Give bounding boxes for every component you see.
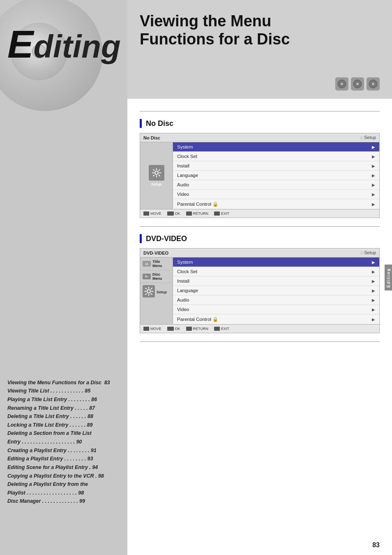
- menu-left-col-no-disc: Setup: [140, 142, 173, 209]
- menu-item-label: Video: [177, 192, 189, 197]
- toc-item: Deleting a Playlist Entry from the: [7, 480, 123, 489]
- dvd-menu-label: Install: [177, 279, 189, 283]
- divider-1: [140, 111, 380, 111]
- disc-menu-item: DL Disc Menu: [140, 270, 173, 283]
- title-letter-e: E: [7, 25, 33, 64]
- dvd-footer-ok: OK: [167, 327, 180, 331]
- dvd-menu-label: System: [177, 260, 193, 265]
- exit-icon: [214, 211, 220, 216]
- title-menu-item: 11 Title Menu: [140, 258, 173, 270]
- dvd-footer-move: MOVE: [143, 327, 161, 331]
- arrow-right-icon-dvd: ▶: [372, 260, 375, 265]
- menu-item-video: Video ▶: [173, 190, 379, 199]
- dvd-menu-label: Clock Set: [177, 269, 197, 274]
- menu-item-label: Parental Control 🔒: [177, 201, 218, 207]
- toc-item: Entry . . . . . . . . . . . . . . . . . …: [7, 438, 123, 446]
- setup-label: ◇Setup: [360, 135, 376, 140]
- dvd-menu-item-clockset: Clock Set ▶: [173, 267, 379, 276]
- arrow-right-icon: ▶: [372, 183, 375, 187]
- no-disc-section-header: No Disc: [140, 119, 380, 128]
- dvd-icon-3: [369, 79, 378, 88]
- footer-exit-label: EXIT: [221, 211, 229, 216]
- arrow-right-icon-dvd: ▶: [372, 288, 375, 293]
- menu-item-parental: Parental Control 🔒 ▶: [173, 199, 379, 209]
- toc-item: Viewing Title List . . . . . . . . . . .…: [7, 387, 123, 395]
- dvd-setup-area: Setup: [140, 283, 173, 301]
- menu-body-dvd: 11 Title Menu DL Disc Menu Setup: [140, 258, 379, 324]
- dvd-move-icon: [143, 327, 149, 331]
- menu-item-label: Install: [177, 163, 189, 168]
- disc-menu-icon: DL: [143, 274, 151, 279]
- svg-point-7: [147, 290, 150, 293]
- dvd-ok-icon: [167, 327, 174, 331]
- menu-item-language: Language ▶: [173, 171, 379, 180]
- arrow-right-icon: ▶: [372, 192, 375, 197]
- svg-point-5: [372, 83, 374, 85]
- menu-footer-dvd: MOVE OK RETURN EXIT: [140, 324, 379, 333]
- toc-item: Deleting a Section from a Title List: [7, 429, 123, 438]
- dvd-footer-return: RETURN: [186, 327, 209, 331]
- dvd-menu-box-label: DVD-VIDEO: [143, 251, 168, 255]
- dvd-video-section-header: DVD-VIDEO: [140, 234, 380, 243]
- arrow-right-icon: ▶: [372, 154, 375, 159]
- left-panel: Editing Viewing the Menu Functions for a…: [0, 0, 127, 555]
- toc-item: Editing Scene for a Playlist Entry . 94: [7, 463, 123, 472]
- toc-item: Deleting a Title List Entry . . . . . . …: [7, 412, 123, 421]
- menu-item-label: Audio: [177, 182, 189, 187]
- dvd-menu-label: Audio: [177, 297, 189, 302]
- toc-item: Creating a Playlist Entry . . . . . . . …: [7, 446, 123, 455]
- gear-svg-2: [144, 286, 154, 296]
- menu-item-label: System: [177, 144, 193, 149]
- arrow-right-icon-dvd: ▶: [372, 279, 375, 283]
- disc-icon-3: [367, 77, 380, 91]
- dvd-footer-move-label: MOVE: [150, 327, 161, 331]
- arrow-right-icon-dvd: ▶: [372, 269, 375, 274]
- gear-svg: [152, 168, 161, 178]
- dvd-menu-label: Video: [177, 307, 189, 312]
- arrow-right-icon: ▶: [372, 145, 375, 149]
- toc-item: Renaming a Title List Entry . . . . . 87: [7, 404, 123, 413]
- svg-point-1: [341, 83, 343, 85]
- main-title: Viewing the Menu Functions for a Disc: [140, 8, 380, 48]
- dvd-icon-2: [353, 79, 362, 88]
- dvd-return-icon: [186, 327, 192, 331]
- no-disc-menu-box: No Disc ◇Setup Setup System ▶ Cl: [140, 133, 380, 218]
- section-bar-blue: [140, 119, 142, 128]
- diamond-icon: ◇: [360, 135, 363, 140]
- setup-text-label: Setup: [151, 182, 161, 186]
- side-tab-label: Editing: [386, 268, 391, 288]
- footer-return: RETURN: [186, 211, 209, 216]
- menu-right-col-dvd: System ▶ Clock Set ▶ Install ▶ Language …: [173, 258, 379, 324]
- dvd-menu-label: Parental Control 🔒: [177, 316, 218, 322]
- title-rest: diting: [33, 28, 120, 65]
- footer-ok-label: OK: [175, 211, 180, 216]
- dvd-footer-exit: EXIT: [214, 327, 229, 331]
- dvd-menu-item-system: System ▶: [173, 258, 379, 267]
- footer-move-label: MOVE: [150, 211, 161, 216]
- ok-icon: [167, 211, 174, 216]
- dvd-exit-icon: [214, 327, 220, 331]
- svg-point-6: [155, 171, 158, 174]
- menu-body-no-disc: Setup System ▶ Clock Set ▶ Install ▶ Lan…: [140, 142, 379, 209]
- menu-item-system: System ▶: [173, 142, 379, 152]
- divider-2: [140, 226, 380, 227]
- menu-item-install: Install ▶: [173, 161, 379, 171]
- svg-point-3: [356, 83, 359, 85]
- dvd-video-menu-box: DVD-VIDEO ◇Setup 11 Title Menu DL Disc M…: [140, 248, 380, 333]
- dvd-menu-item-install: Install ▶: [173, 276, 379, 286]
- divider-3: [140, 341, 380, 342]
- toc-item: Disc Manager . . . . . . . . . . . . . 9…: [7, 497, 123, 506]
- toc-item: Playlist . . . . . . . . . . . . . . . .…: [7, 489, 123, 497]
- toc-item: Playing a Title List Entry . . . . . . .…: [7, 395, 123, 404]
- dvd-menu-item-parental: Parental Control 🔒 ▶: [173, 314, 379, 324]
- diamond-icon-2: ◇: [360, 250, 363, 255]
- menu-item-audio: Audio ▶: [173, 180, 379, 190]
- dvd-footer-exit-label: EXIT: [221, 327, 229, 331]
- dvd-menu-item-video: Video ▶: [173, 305, 379, 314]
- content-area: No Disc No Disc ◇Setup Setup System ▶: [127, 99, 392, 555]
- section-title: Editing: [7, 25, 121, 64]
- return-icon: [186, 211, 192, 216]
- arrow-right-icon-dvd: ▶: [372, 298, 375, 302]
- menu-box-header-no-disc: No Disc ◇Setup: [140, 133, 379, 142]
- arrow-right-icon: ▶: [372, 173, 375, 178]
